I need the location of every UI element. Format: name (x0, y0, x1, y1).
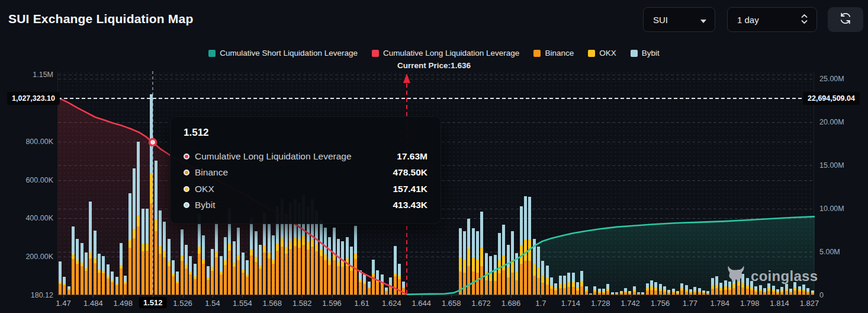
x-axis-label: 1.47 (56, 299, 70, 308)
left-axis-tick: 400.00K (0, 214, 53, 222)
tooltip-series-value: 478.50K (393, 167, 427, 178)
x-axis-label: 1.568 (263, 299, 282, 308)
legend-label: OKX (599, 49, 616, 58)
right-axis-tick: 0 (819, 291, 824, 299)
right-axis-marked-value: 22,694,509.04 (803, 92, 860, 105)
legend-item-2[interactable]: Binance (533, 49, 574, 58)
right-axis-tick: 15.00M (819, 161, 844, 170)
left-axis-tick: 200.00K (0, 253, 53, 261)
left-axis-tick: 180.12 (0, 291, 53, 299)
tooltip-series-dot (184, 154, 189, 159)
interval-select-value: 1 day (737, 15, 801, 25)
tooltip-row: Binance478.50K (184, 165, 427, 181)
tooltip-series-value: 413.43K (393, 200, 427, 210)
x-axis-label-highlighted: 1.512 (139, 297, 167, 308)
x-axis-label: 1.484 (83, 299, 103, 308)
right-axis-tick: 10.00M (819, 205, 844, 213)
left-axis-tick: 800.00K (0, 138, 53, 146)
tooltip-series-dot (184, 202, 189, 208)
legend-swatch (588, 50, 595, 57)
x-axis-label: 1.526 (173, 299, 192, 308)
x-axis-label: 1.624 (382, 299, 401, 308)
left-axis-tick: 1.15M (0, 71, 53, 79)
x-axis-label: 1.672 (471, 299, 491, 308)
x-axis-label: 1.827 (800, 299, 819, 308)
tooltip-series-label: Cumulative Long Liquidation Leverage (195, 151, 352, 162)
x-axis-label: 1.644 (412, 299, 432, 308)
x-axis-label: 1.714 (561, 299, 581, 308)
legend-swatch (631, 50, 638, 57)
x-axis-label: 1.498 (114, 299, 133, 308)
tooltip-series-label: Bybit (195, 200, 215, 210)
max-leverage-reference-line (58, 98, 814, 99)
symbol-select-value: SUI (653, 15, 700, 25)
legend-label: Cumulative Long Liquidation Leverage (383, 49, 519, 58)
tooltip-row: OKX157.41K (184, 181, 427, 197)
tooltip-series-label: Binance (195, 167, 228, 178)
tooltip-series-label: OKX (195, 184, 214, 194)
x-axis-label: 1.686 (501, 299, 521, 308)
tooltip-row: Bybit413.43K (184, 197, 427, 214)
x-axis-label: 1.554 (233, 299, 252, 308)
legend-item-1[interactable]: Cumulative Long Liquidation Leverage (372, 49, 519, 58)
spinner-arrows-icon (801, 14, 808, 26)
x-axis-label: 1.596 (322, 299, 342, 308)
right-axis-tick: 25.00M (819, 75, 844, 83)
coinglass-bull-icon (726, 265, 746, 287)
legend: Cumulative Short Liquidation LeverageCum… (0, 49, 868, 58)
x-axis-label: 1.756 (651, 299, 670, 308)
x-axis-label: 1.742 (621, 299, 640, 308)
x-axis-label: 1.658 (442, 299, 461, 308)
right-axis-tick: 5.00M (819, 248, 840, 256)
tooltip-title: 1.512 (184, 127, 427, 139)
symbol-select[interactable]: SUI (643, 7, 715, 32)
x-axis-label: 1.728 (591, 299, 610, 308)
crosshair-vertical-line (152, 71, 153, 295)
refresh-icon (839, 12, 852, 27)
tooltip-series-dot (184, 170, 189, 175)
legend-swatch (533, 50, 541, 57)
interval-select[interactable]: 1 day (727, 7, 817, 32)
current-price-label: Current Price:1.636 (0, 61, 868, 70)
current-price-arrow-icon (403, 74, 410, 83)
legend-item-3[interactable]: OKX (588, 49, 616, 58)
tooltip-row: Cumulative Long Liquidation Leverage17.6… (184, 148, 427, 165)
left-axis-tick: 600.00K (0, 176, 53, 184)
x-axis-label: 1.798 (740, 299, 760, 308)
refresh-button[interactable] (828, 7, 863, 32)
chevron-down-icon (700, 15, 706, 25)
tooltip-series-dot (184, 186, 189, 192)
x-axis-label: 1.54 (205, 299, 220, 308)
legend-item-4[interactable]: Bybit (631, 49, 660, 58)
x-axis-label: 1.814 (770, 299, 789, 308)
x-axis-label: 1.77 (683, 299, 697, 308)
chart-tooltip: 1.512 Cumulative Long Liquidation Levera… (170, 116, 441, 224)
tooltip-series-value: 17.63M (397, 151, 427, 162)
coinglass-wordmark: coinglass (751, 268, 818, 285)
legend-label: Cumulative Short Liquidation Leverage (220, 49, 358, 58)
legend-swatch (208, 50, 216, 57)
x-axis-label: 1.61 (354, 299, 369, 308)
liquidation-map-page: SUI Exchange Liquidation Map SUI 1 day C… (0, 0, 868, 313)
tooltip-series-value: 157.41K (393, 184, 427, 194)
page-title: SUI Exchange Liquidation Map (8, 12, 193, 26)
x-axis-label: 1.582 (292, 299, 312, 308)
legend-label: Binance (545, 49, 574, 58)
coinglass-watermark: coinglass (726, 265, 818, 287)
legend-swatch (372, 50, 379, 57)
x-axis-label: 1.784 (711, 299, 730, 308)
legend-item-0[interactable]: Cumulative Short Liquidation Leverage (208, 49, 358, 58)
legend-label: Bybit (642, 49, 660, 58)
x-axis-label: 1.7 (535, 299, 546, 308)
left-axis-marked-value: 1,027,323.10 (7, 92, 60, 105)
right-axis-tick: 20.00M (819, 118, 844, 126)
